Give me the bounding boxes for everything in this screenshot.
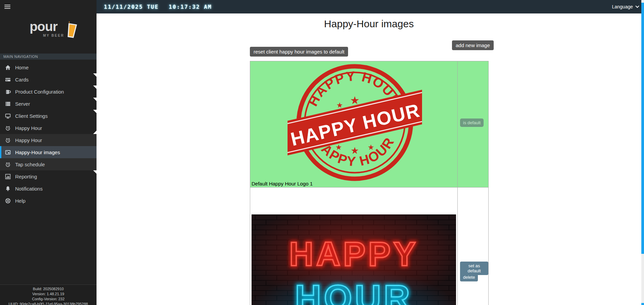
version-line: Version: 1.48.21.19 xyxy=(0,292,97,297)
sidebar-item-cards[interactable]: Cards xyxy=(0,73,97,86)
sidebar-item-label: Product Configuration xyxy=(15,89,64,95)
sidebar-item-label: Server xyxy=(15,101,30,107)
caret-collapsed-icon xyxy=(93,110,97,113)
svg-text:★: ★ xyxy=(350,145,359,156)
sidebar-item-label: Happy Hour xyxy=(15,125,42,131)
svg-text:★: ★ xyxy=(336,101,343,109)
cell-divider xyxy=(457,188,458,305)
sidebar-item-label: Help xyxy=(15,198,26,204)
caret-expanded-icon xyxy=(93,131,97,134)
beer-mug-icon xyxy=(5,89,11,95)
table-row-default-image: HAPPY HOUR HAPPY HOUR ★ ★ ★ ★ ★ ★ HAPPY … xyxy=(250,61,488,188)
scrollbar-thumb[interactable] xyxy=(641,3,644,254)
sidebar-item-happy-hour[interactable]: Happy Hour xyxy=(0,122,97,134)
image-icon xyxy=(5,149,11,155)
language-menu[interactable]: Language xyxy=(612,0,638,13)
sidebar-item-label: Happy-Hour images xyxy=(15,149,60,155)
sidebar-item-client-settings[interactable]: Client Settings xyxy=(0,110,97,122)
image-caption: Default Happy Hour Logo 1 xyxy=(252,181,313,187)
nav-section-label: MAIN NAVIGATION xyxy=(0,54,97,60)
brand-name: pour xyxy=(30,20,70,33)
table-row-neon-image: HAPPY HAPPY HOUR HOUR set as default del… xyxy=(250,188,488,305)
sidebar-item-server[interactable]: Server xyxy=(0,98,97,110)
svg-text:HOUR: HOUR xyxy=(295,277,413,305)
credit-card-icon xyxy=(5,77,11,82)
sidebar-item-home[interactable]: Home xyxy=(0,61,97,73)
build-line: Build: 2025082910 xyxy=(0,286,97,292)
reset-images-button[interactable]: reset client happy hour images to defaul… xyxy=(250,47,348,57)
sidebar-item-label: Reporting xyxy=(15,174,37,179)
hamburger-menu-icon[interactable] xyxy=(4,5,10,9)
sidebar-item-tap-schedule[interactable]: Tap schedule xyxy=(0,158,97,170)
svg-text:HAPPY: HAPPY xyxy=(289,235,419,273)
app-window: 11/11/2025 TUE 10:17:32 AM Language pour… xyxy=(0,0,644,305)
server-icon xyxy=(5,101,11,107)
alarm-clock-icon xyxy=(5,162,11,167)
sidebar-item-happy-hour-images[interactable]: Happy-Hour images xyxy=(0,146,97,158)
brand-subtitle: MY BEER xyxy=(43,34,64,37)
add-new-image-button[interactable]: add new image xyxy=(452,40,494,50)
caret-collapsed-icon xyxy=(93,98,97,101)
caret-collapsed-icon xyxy=(93,170,97,174)
happy-hour-stamp-image: HAPPY HOUR HAPPY HOUR ★ ★ ★ ★ ★ ★ HAPPY … xyxy=(288,62,422,183)
language-label: Language xyxy=(612,4,633,9)
main-content: Happy-Hour images reset client happy hou… xyxy=(97,13,644,305)
main-navigation: Home Cards Product Configuration xyxy=(0,61,97,207)
delete-button[interactable]: delete xyxy=(460,273,478,281)
sidebar-item-notifications[interactable]: Notifications xyxy=(0,182,97,195)
sidebar-item-label: Happy Hour xyxy=(15,137,42,143)
sidebar-item-reporting[interactable]: Reporting xyxy=(0,170,97,182)
chevron-down-icon xyxy=(635,4,639,8)
sidebar: pour MY BEER MAIN NAVIGATION Home xyxy=(0,0,97,305)
alarm-clock-icon xyxy=(5,125,11,131)
scrollbar-down-button[interactable] xyxy=(641,303,644,305)
chart-icon xyxy=(5,174,11,179)
config-version-line: Config-Version: 232 xyxy=(0,297,97,302)
help-icon xyxy=(5,198,11,204)
topbar: 11/11/2025 TUE 10:17:32 AM Language xyxy=(97,0,644,13)
date-text: 11/11/2025 TUE xyxy=(104,4,159,10)
cell-divider xyxy=(457,61,458,187)
bell-icon xyxy=(5,186,11,192)
sidebar-item-help[interactable]: Help xyxy=(0,195,97,207)
caret-collapsed-icon xyxy=(93,73,97,77)
uuid-line: UUID: 90de7ca8-b0f1-11ef-95aa-30138b7952… xyxy=(0,302,97,305)
sidebar-item-label: Client Settings xyxy=(15,113,48,119)
sidebar-item-happy-hour-sub[interactable]: Happy Hour xyxy=(0,134,97,146)
vertical-scrollbar[interactable] xyxy=(641,0,644,305)
beer-glass-icon xyxy=(66,21,77,40)
alarm-clock-icon xyxy=(5,137,11,143)
happy-hour-neon-image: HAPPY HAPPY HOUR HOUR xyxy=(252,214,456,305)
page-title: Happy-Hour images xyxy=(97,18,641,30)
clock: 11/11/2025 TUE 10:17:32 AM xyxy=(104,0,212,13)
time-text: 10:17:32 AM xyxy=(169,4,212,10)
sidebar-item-product-configuration[interactable]: Product Configuration xyxy=(0,86,97,98)
svg-text:★: ★ xyxy=(368,143,374,151)
sidebar-item-label: Notifications xyxy=(15,186,43,192)
brand-logo: pour MY BEER xyxy=(30,20,70,40)
monitor-icon xyxy=(5,113,11,119)
is-default-button[interactable]: is default xyxy=(460,118,484,127)
caret-collapsed-icon xyxy=(93,86,97,89)
sidebar-item-label: Tap schedule xyxy=(15,162,45,167)
build-info: Build: 2025082910 Version: 1.48.21.19 Co… xyxy=(0,284,97,305)
sidebar-item-label: Home xyxy=(15,65,29,70)
home-icon xyxy=(5,65,11,70)
sidebar-item-label: Cards xyxy=(15,77,29,82)
svg-text:★: ★ xyxy=(335,143,342,151)
images-table: HAPPY HOUR HAPPY HOUR ★ ★ ★ ★ ★ ★ HAPPY … xyxy=(250,61,489,305)
